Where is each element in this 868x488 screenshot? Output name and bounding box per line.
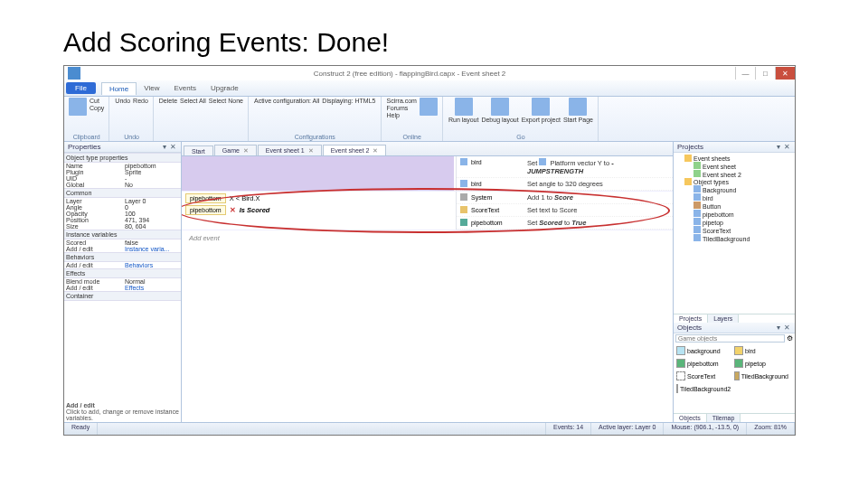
tab-objects[interactable]: Objects (674, 414, 707, 422)
copy-button[interactable]: Copy (89, 105, 105, 111)
cut-button[interactable]: Cut (89, 98, 105, 104)
object-item[interactable]: TiledBackground (734, 371, 788, 380)
selectall-button[interactable]: Select All (179, 98, 207, 104)
startpage-icon (569, 98, 587, 116)
tab-game[interactable]: Game✕ (214, 145, 257, 155)
object-item[interactable]: bird (734, 346, 788, 355)
maximize-button[interactable]: □ (755, 67, 775, 80)
properties-hint: Add / editClick to add, change or remove… (64, 401, 181, 422)
object-icon (693, 202, 701, 209)
close-icon[interactable]: ✕ (373, 147, 378, 154)
tab-layers[interactable]: Layers (708, 314, 739, 323)
titlebar: Construct 2 (free edition) - flappingBir… (64, 66, 795, 80)
propgroup-instancevars: Instance variables (64, 230, 181, 239)
objects-pin[interactable]: ▾ ✕ (777, 324, 791, 332)
object-item[interactable]: background (676, 346, 731, 355)
object-item[interactable]: TiledBackground2 (676, 384, 731, 393)
window-title: Construct 2 (free edition) - flappingBir… (84, 70, 735, 78)
cond-object[interactable]: pipebottom (185, 205, 226, 215)
gear-icon[interactable]: ⚙ (787, 334, 793, 343)
event-action[interactable]: birdSet angle to 320 degrees (457, 178, 673, 191)
delete-button[interactable]: Delete (158, 98, 178, 104)
event-action[interactable]: SystemAdd 1 to Score (457, 192, 673, 204)
sheet-icon (693, 162, 701, 169)
object-icon (693, 193, 701, 201)
forums-link[interactable]: Forums (386, 105, 418, 111)
tab-eventsheet2[interactable]: Event sheet 2✕ (323, 145, 387, 155)
prop-addedit-behaviors[interactable]: Behaviors (125, 262, 179, 268)
minimize-button[interactable]: — (735, 67, 755, 80)
project-tree[interactable]: Event sheets Event sheet Event sheet 2 O… (674, 153, 795, 314)
close-icon[interactable]: ✕ (243, 147, 249, 154)
object-icon (693, 234, 701, 241)
platform-icon (539, 158, 546, 165)
run-button[interactable]: Run layout (448, 117, 479, 123)
tab-upgrade[interactable]: Upgrade (203, 82, 246, 94)
add-event-link[interactable]: Add event (182, 230, 673, 246)
pipe-icon (460, 219, 467, 226)
store-icon (420, 98, 438, 116)
export-button[interactable]: Export project (521, 117, 561, 123)
event-sheet[interactable]: birdSet Platform vector Y to -JUMPSTRENG… (182, 156, 673, 422)
object-item[interactable]: ScoreText (676, 371, 731, 380)
selectnone-button[interactable]: Select None (208, 98, 244, 104)
object-icon (693, 210, 701, 217)
active-config[interactable]: Active configuration: All (253, 98, 320, 104)
propgroup-behaviors: Behaviors (64, 252, 181, 262)
properties-pin[interactable]: ▾ ✕ (163, 143, 177, 151)
display-config[interactable]: Displaying: HTML5 (321, 98, 376, 104)
tab-start[interactable]: Start (184, 145, 213, 155)
projects-pin[interactable]: ▾ ✕ (777, 143, 791, 151)
close-button[interactable]: ✕ (775, 67, 795, 80)
object-icon (693, 218, 701, 225)
cond-object[interactable]: pipebottom (185, 193, 226, 203)
status-zoom: Zoom: 81% (747, 423, 795, 435)
tab-tilemap[interactable]: Tilemap (707, 414, 741, 422)
group-online: Online (386, 134, 439, 141)
object-item[interactable]: pipebottom (676, 359, 731, 368)
objects-grid: background bird pipebottom pipetop Score… (674, 343, 795, 413)
menubar: File Home View Events Upgrade (64, 80, 795, 97)
object-icon (693, 185, 701, 192)
properties-panel: Properties▾ ✕ Object type properties Nam… (64, 142, 182, 422)
tab-view[interactable]: View (137, 82, 166, 94)
prop-name[interactable]: pipebottom (125, 163, 179, 169)
event-action[interactable]: birdSet Platform vector Y to -JUMPSTRENG… (457, 156, 673, 178)
help-link[interactable]: Help (386, 112, 418, 118)
redo-button[interactable]: Redo (132, 98, 149, 104)
event-condition[interactable]: pipebottomX < Bird.X pipebottom✕Is Score… (182, 192, 456, 230)
tab-events[interactable]: Events (166, 82, 203, 94)
undo-button[interactable]: Undo (114, 98, 131, 104)
startpage-button[interactable]: Start Page (562, 117, 594, 123)
prop-addedit-vars[interactable]: Instance varia... (125, 246, 179, 252)
event-condition[interactable] (182, 156, 454, 191)
group-undo: Undo (114, 134, 148, 141)
tab-projects[interactable]: Projects (674, 314, 708, 323)
event-action[interactable]: ScoreTextSet text to Score (457, 204, 673, 217)
run-icon (455, 98, 473, 116)
debug-button[interactable]: Debug layout (480, 117, 519, 123)
ribbon: CutCopyClipboard UndoRedoUndo DeleteSele… (64, 97, 795, 142)
scirra-link[interactable]: Scirra.com (386, 98, 418, 104)
tab-home[interactable]: Home (101, 82, 137, 95)
status-mouse: Mouse: (906.1, -13.5, 0) (664, 423, 747, 435)
close-icon[interactable]: ✕ (308, 147, 314, 154)
object-item[interactable]: pipetop (734, 359, 788, 368)
folder-icon (684, 178, 692, 185)
group-go: Go (448, 134, 594, 141)
file-menu[interactable]: File (66, 82, 96, 94)
tab-eventsheet1[interactable]: Event sheet 1✕ (258, 145, 322, 155)
app-icon (68, 67, 80, 80)
prop-addedit-effects[interactable]: Effects (125, 285, 179, 291)
document-tabs: Start Game✕ Event sheet 1✕ Event sheet 2… (182, 142, 673, 156)
group-clipboard: Clipboard (68, 134, 105, 141)
event-action[interactable]: pipebottomSet Scored to True (457, 217, 673, 230)
status-layer: Active layer: Layer 0 (591, 423, 664, 435)
slide-title: Add Scoring Events: Done! (63, 27, 832, 58)
sheet-icon (693, 170, 701, 177)
object-icon (693, 226, 701, 233)
construct2-window: Construct 2 (free edition) - flappingBir… (63, 65, 796, 436)
propgroup-container: Container (64, 291, 181, 301)
system-icon (460, 193, 467, 201)
objects-search[interactable] (675, 334, 785, 343)
